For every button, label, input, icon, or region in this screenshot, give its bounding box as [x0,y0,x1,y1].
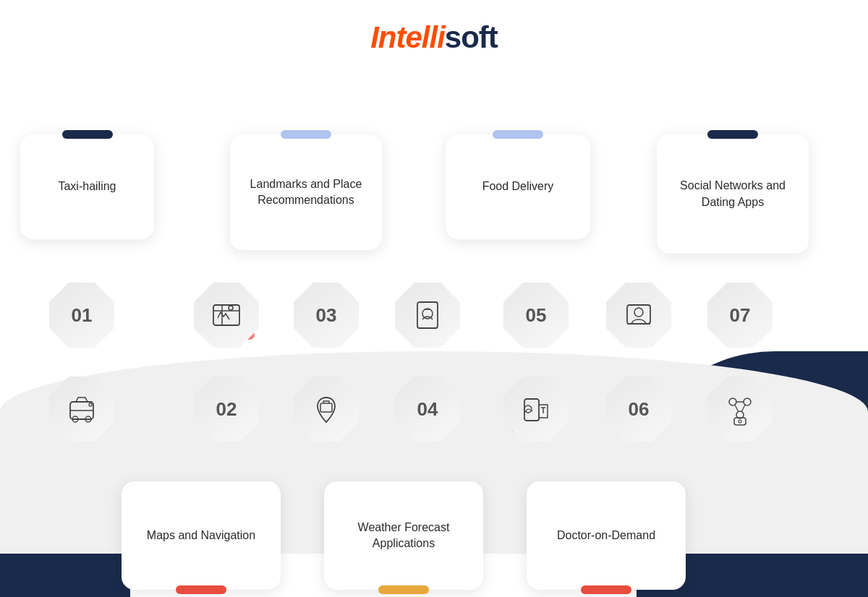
svg-line-17 [735,405,739,412]
icon-social [707,377,773,442]
svg-point-14 [744,398,751,405]
social-icon [723,392,757,426]
card-label-weather: Weather Forecast Applications [324,508,483,564]
num-01: 01 [72,304,93,327]
card-doctor: Doctor-on-Demand [527,481,686,590]
card-tab-social [707,130,758,139]
num-06: 06 [629,398,650,421]
card-label-landmarks: Landmarks and Place Recommendations [230,165,382,220]
octagon-01: 01 [49,283,114,348]
main-area: Taxi-hailing Landmarks and Place Recomme… [0,62,868,590]
weather-icon-top [410,298,445,332]
svg-point-9 [89,403,92,406]
card-tab-taxi [62,130,113,139]
location-icon [309,392,344,426]
card-tab-maps [176,585,226,594]
svg-point-20 [739,420,741,423]
header: Intellisoft [0,0,868,62]
octagon-07: 07 [707,283,773,348]
maps-phone-icon [519,392,553,426]
card-tab-doctor [581,585,631,594]
doctor-icon [621,298,656,332]
num-02: 02 [216,398,237,421]
octagon-02: 02 [194,377,259,442]
card-weather: Weather Forecast Applications [324,481,483,590]
svg-line-18 [741,405,745,412]
num-04: 04 [417,398,438,421]
svg-rect-2 [417,302,438,328]
octagon-06: 06 [606,377,671,442]
card-tab-food [493,130,543,139]
card-landmarks: Landmarks and Place Recommendations [230,134,382,250]
svg-point-1 [229,306,233,310]
card-food: Food Delivery [446,134,590,239]
card-maps: Maps and Navigation [122,481,281,590]
icon-maps-phone [503,377,569,442]
svg-rect-10 [320,403,332,412]
landmarks-icon [209,298,244,332]
icon-taxi [49,377,114,442]
octagon-04: 04 [395,377,460,442]
svg-point-13 [729,398,736,405]
num-07: 07 [730,304,751,327]
octagon-03: 03 [294,283,359,348]
card-label-taxi: Taxi-hailing [46,167,127,206]
icon-location [294,377,359,442]
num-05: 05 [526,304,547,327]
taxi-icon [64,392,99,426]
icon-landmarks [194,283,259,348]
card-tab-weather [378,585,429,594]
logo-part1: Intelli [370,20,445,54]
octagon-05: 05 [503,283,569,348]
card-tab-landmarks [281,130,331,139]
card-label-doctor: Doctor-on-Demand [545,516,667,555]
card-label-maps: Maps and Navigation [135,516,267,555]
card-social: Social Networks and Dating Apps [657,134,809,254]
logo: Intellisoft [0,20,868,55]
svg-point-5 [634,308,643,317]
icon-weather-top [395,283,460,348]
card-label-social: Social Networks and Dating Apps [657,166,809,222]
logo-part2: soft [445,20,498,54]
icon-doctor-top [606,283,671,348]
num-03: 03 [316,304,337,327]
card-taxi-hailing: Taxi-hailing [20,134,154,239]
card-label-food: Food Delivery [471,167,566,206]
